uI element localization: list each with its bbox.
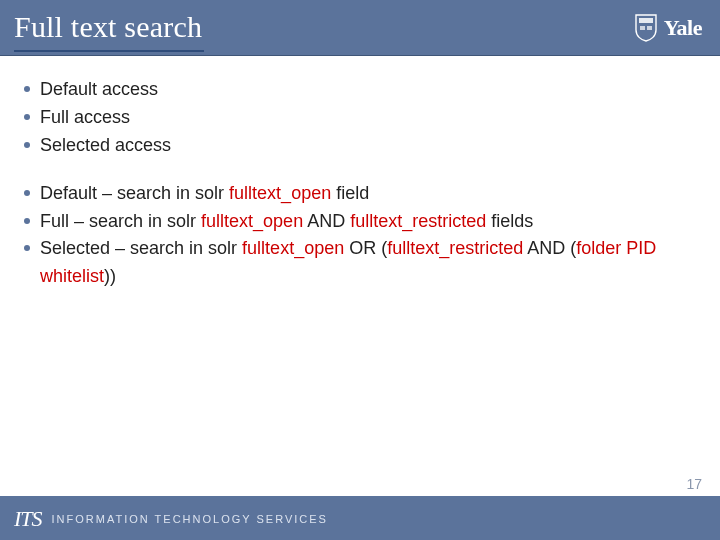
list-item: Selected – search in solr fulltext_open … xyxy=(18,235,688,291)
svg-rect-0 xyxy=(639,18,653,23)
text: Full – search in solr xyxy=(40,211,201,231)
svg-rect-1 xyxy=(640,26,645,30)
shield-icon xyxy=(634,14,658,42)
field-name: fulltext_open xyxy=(242,238,344,258)
svg-rect-2 xyxy=(647,26,652,30)
field-name: fulltext_open xyxy=(229,183,331,203)
header-bar: Full text search Yale xyxy=(0,0,720,56)
page-number: 17 xyxy=(686,476,702,492)
its-logo: ITS INFORMATION TECHNOLOGY SERVICES xyxy=(14,506,328,532)
list-item: Full access xyxy=(18,104,688,132)
list-item: Full – search in solr fulltext_open AND … xyxy=(18,208,688,236)
list-item-text: Full access xyxy=(40,107,130,127)
slide-content: Default access Full access Selected acce… xyxy=(0,56,720,291)
field-name: fulltext_restricted xyxy=(350,211,486,231)
list-item: Selected access xyxy=(18,132,688,160)
text: Default – search in solr xyxy=(40,183,229,203)
text: )) xyxy=(104,266,116,286)
brand-text: Yale xyxy=(664,15,702,41)
text: Selected – search in solr xyxy=(40,238,242,258)
text: AND xyxy=(303,211,350,231)
its-mark: ITS xyxy=(14,506,42,532)
list-item: Default – search in solr fulltext_open f… xyxy=(18,180,688,208)
text: fields xyxy=(486,211,533,231)
its-text: INFORMATION TECHNOLOGY SERVICES xyxy=(52,513,328,525)
slide-title: Full text search xyxy=(14,10,204,52)
list-item-text: Default access xyxy=(40,79,158,99)
search-details-list: Default – search in solr fulltext_open f… xyxy=(18,180,688,292)
footer-bar: ITS INFORMATION TECHNOLOGY SERVICES xyxy=(0,496,720,540)
text: OR ( xyxy=(344,238,387,258)
text: field xyxy=(331,183,369,203)
field-name: fulltext_restricted xyxy=(387,238,523,258)
field-name: fulltext_open xyxy=(201,211,303,231)
text: AND ( xyxy=(523,238,576,258)
yale-logo: Yale xyxy=(634,14,702,42)
access-types-list: Default access Full access Selected acce… xyxy=(18,76,688,160)
list-item: Default access xyxy=(18,76,688,104)
list-item-text: Selected access xyxy=(40,135,171,155)
